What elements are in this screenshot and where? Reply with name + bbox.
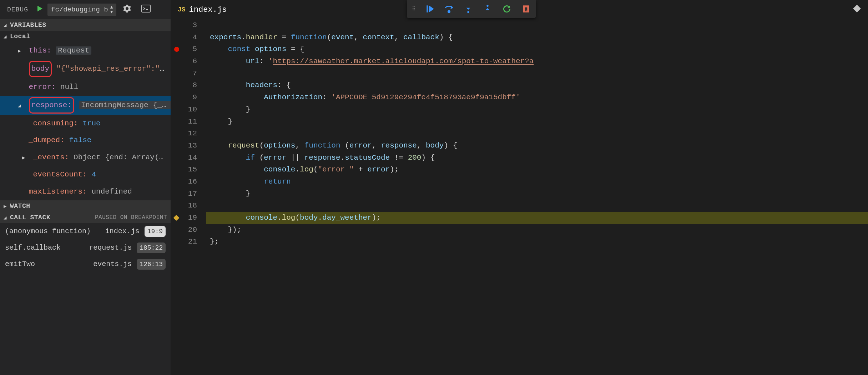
- code-line[interactable]: if (error || response.statusCode != 200)…: [206, 152, 868, 164]
- code-line[interactable]: });: [206, 224, 868, 236]
- source-control-icon[interactable]: [852, 4, 862, 15]
- line-number[interactable]: 16: [171, 176, 206, 188]
- line-number[interactable]: 7: [171, 68, 206, 80]
- variable-eventscount[interactable]: _eventsCount: 4: [0, 166, 171, 183]
- line-number[interactable]: 9: [171, 91, 206, 104]
- highlight-box: body: [29, 61, 52, 77]
- variables-section-header[interactable]: ◢ VARIABLES: [0, 19, 171, 31]
- line-number[interactable]: 15: [171, 164, 206, 176]
- debug-sidebar: DEBUG fc/debugging_b ▲▼ ◢ VARIABLES ◢ Lo…: [0, 0, 171, 375]
- svg-point-3: [486, 5, 488, 7]
- code-line[interactable]: };: [206, 236, 868, 248]
- code-line[interactable]: [206, 19, 868, 31]
- variable-error[interactable]: error: null: [0, 79, 171, 96]
- variable-body[interactable]: body "{"showapi_res_error":"","s…: [0, 59, 171, 79]
- debug-label: DEBUG: [4, 6, 32, 13]
- dropdown-icon: ▲▼: [110, 5, 113, 14]
- variable-maxlisteners[interactable]: maxListeners: undefined: [0, 183, 171, 200]
- line-number[interactable]: 6: [171, 55, 206, 68]
- code-line[interactable]: }: [206, 104, 868, 116]
- js-file-icon: JS: [178, 6, 186, 13]
- editor-area: JS index.js ⠿ 34567891011121314151617181…: [171, 0, 868, 375]
- variable-this[interactable]: ▶ this: Request: [0, 42, 171, 59]
- debug-topbar: DEBUG fc/debugging_b ▲▼: [0, 0, 171, 19]
- line-number[interactable]: 17: [171, 188, 206, 200]
- watch-section-header[interactable]: ▶ WATCH: [0, 200, 171, 212]
- highlight-box: response:: [29, 97, 74, 114]
- svg-point-2: [467, 11, 469, 13]
- breakpoint-icon[interactable]: [174, 47, 179, 52]
- code-content[interactable]: exports.handler = function(event, contex…: [206, 19, 868, 375]
- line-gutter[interactable]: 3456789101112131415161718192021: [171, 19, 206, 375]
- line-number[interactable]: 3: [171, 19, 206, 31]
- line-number[interactable]: 8: [171, 79, 206, 91]
- code-line[interactable]: url: 'https://saweather.market.aliclouda…: [206, 55, 868, 68]
- callstack-frame[interactable]: (anonymous function)index.js19:9: [0, 223, 171, 240]
- line-number[interactable]: 4: [171, 31, 206, 44]
- line-number[interactable]: 14: [171, 152, 206, 164]
- callstack-section-header[interactable]: ◢CALL STACK PAUSED ON BREAKPOINT: [0, 212, 171, 223]
- line-number[interactable]: 13: [171, 140, 206, 152]
- code-line[interactable]: request(options, function (error, respon…: [206, 140, 868, 152]
- line-number[interactable]: 21: [171, 236, 206, 248]
- line-number[interactable]: 5: [171, 43, 206, 55]
- line-number[interactable]: 19: [171, 212, 206, 224]
- code-line[interactable]: exports.handler = function(event, contex…: [206, 31, 868, 44]
- chevron-right-icon: ▶: [4, 203, 10, 209]
- chevron-right-icon: ▶: [22, 153, 29, 163]
- code-line[interactable]: [206, 68, 868, 80]
- code-line[interactable]: console.log(body.day_weether);: [206, 212, 868, 224]
- gear-icon[interactable]: [119, 4, 135, 15]
- scope-local-header[interactable]: ◢ Local: [0, 31, 171, 42]
- editor-body[interactable]: 3456789101112131415161718192021 exports.…: [171, 19, 868, 375]
- chevron-down-icon: ◢: [4, 215, 10, 221]
- code-line[interactable]: Authorization: 'APPCODE 5d9129e294fc4f51…: [206, 91, 868, 104]
- continue-button[interactable]: [425, 4, 434, 14]
- line-number[interactable]: 12: [171, 128, 206, 140]
- restart-button[interactable]: [502, 4, 511, 14]
- debug-toolbar[interactable]: ⠿: [407, 0, 536, 18]
- editor-tabbar: JS index.js ⠿: [171, 0, 868, 19]
- code-line[interactable]: console.log("error " + error);: [206, 164, 868, 176]
- callstack-list: (anonymous function)index.js19:9self.cal…: [0, 223, 171, 272]
- chevron-right-icon: ▶: [18, 46, 24, 56]
- start-debug-button[interactable]: [35, 5, 45, 15]
- paused-status: PAUSED ON BREAKPOINT: [95, 214, 167, 221]
- chevron-down-icon: ◢: [18, 101, 24, 111]
- debug-config-name: fc/debugging_b: [51, 6, 108, 14]
- code-line[interactable]: [206, 200, 868, 212]
- chevron-down-icon: ◢: [4, 34, 10, 40]
- editor-filename: index.js: [189, 5, 227, 14]
- svg-rect-5: [525, 8, 528, 10]
- variable-response[interactable]: ◢ response: IncomingMessage {_reada…: [0, 96, 171, 115]
- stop-button[interactable]: [521, 4, 531, 14]
- step-out-button[interactable]: [483, 4, 492, 14]
- variable-dumped[interactable]: _dumped: false: [0, 132, 171, 149]
- line-number[interactable]: 10: [171, 104, 206, 116]
- debug-config-select[interactable]: fc/debugging_b ▲▼: [47, 4, 116, 16]
- line-number[interactable]: 11: [171, 116, 206, 128]
- code-line[interactable]: const options = {: [206, 43, 868, 55]
- conditional-breakpoint-icon[interactable]: [173, 215, 180, 221]
- code-line[interactable]: return: [206, 176, 868, 188]
- editor-tab[interactable]: JS index.js: [178, 5, 227, 14]
- svg-point-1: [448, 11, 450, 12]
- variable-events[interactable]: ▶ _events: Object {end: Array(2), …: [0, 149, 171, 166]
- code-line[interactable]: }: [206, 188, 868, 200]
- chevron-down-icon: ◢: [4, 22, 10, 28]
- variable-consuming[interactable]: _consuming: true: [0, 115, 171, 132]
- code-line[interactable]: }: [206, 116, 868, 128]
- debug-console-icon[interactable]: [138, 5, 154, 15]
- drag-handle-icon[interactable]: ⠿: [412, 6, 415, 12]
- step-into-button[interactable]: [464, 4, 473, 14]
- line-number[interactable]: 18: [171, 200, 206, 212]
- code-line[interactable]: headers: {: [206, 79, 868, 91]
- svg-rect-0: [142, 5, 150, 12]
- callstack-frame[interactable]: emitTwoevents.js126:13: [0, 256, 171, 272]
- line-number[interactable]: 20: [171, 224, 206, 236]
- step-over-button[interactable]: [444, 4, 454, 14]
- code-line[interactable]: [206, 128, 868, 140]
- callstack-frame[interactable]: self.callbackrequest.js185:22: [0, 240, 171, 256]
